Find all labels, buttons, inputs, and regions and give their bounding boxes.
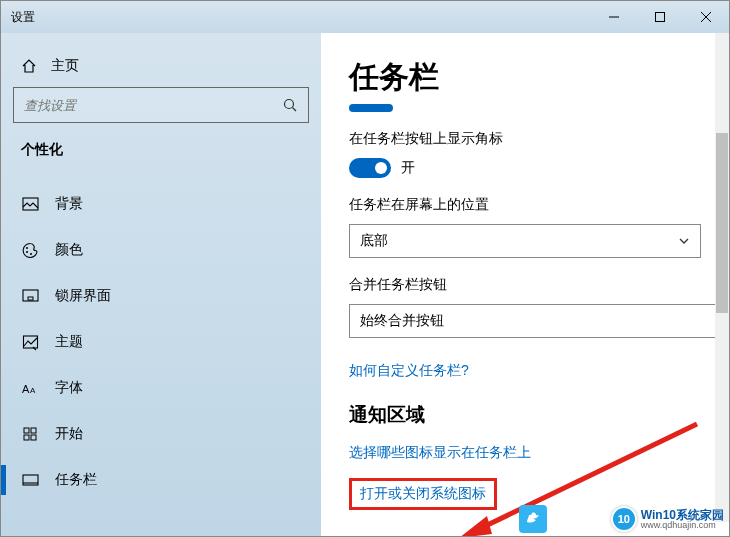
theme-icon (21, 334, 39, 351)
svg-text:A: A (30, 386, 36, 395)
chevron-down-icon (678, 235, 690, 247)
watermark-badge-icon: 10 (611, 506, 637, 532)
sidebar-item-taskbar[interactable]: 任务栏 (13, 457, 309, 503)
combine-dropdown-value: 始终合并按钮 (360, 312, 444, 330)
palette-icon (21, 242, 39, 259)
svg-rect-1 (656, 13, 665, 22)
select-icons-link[interactable]: 选择哪些图标显示在任务栏上 (349, 444, 531, 462)
sidebar-item-start[interactable]: 开始 (13, 411, 309, 457)
partial-toggle-icon (349, 104, 393, 112)
svg-line-5 (293, 108, 297, 112)
nav-label: 背景 (55, 195, 83, 213)
svg-point-9 (30, 253, 32, 255)
svg-rect-15 (24, 428, 29, 433)
start-icon (21, 426, 39, 443)
font-icon: AA (21, 380, 39, 397)
svg-rect-11 (28, 297, 33, 300)
badge-toggle[interactable] (349, 158, 391, 178)
titlebar-controls (591, 1, 729, 33)
nav-label: 锁屏界面 (55, 287, 111, 305)
combine-dropdown[interactable]: 始终合并按钮 (349, 304, 729, 338)
picture-icon (21, 196, 39, 213)
position-dropdown[interactable]: 底部 (349, 224, 701, 258)
svg-rect-17 (24, 435, 29, 440)
home-link[interactable]: 主页 (13, 51, 309, 87)
system-icons-link[interactable]: 打开或关闭系统图标 (360, 485, 486, 503)
scrollbar-thumb[interactable] (716, 133, 728, 313)
titlebar: 设置 (1, 1, 729, 33)
position-setting-label: 任务栏在屏幕上的位置 (349, 196, 729, 214)
sidebar-item-font[interactable]: AA 字体 (13, 365, 309, 411)
watermark: 10 Win10系统家园 www.qdhuajin.com (579, 505, 724, 533)
home-icon (21, 58, 37, 74)
sidebar-item-theme[interactable]: 主题 (13, 319, 309, 365)
watermark-bird-icon (519, 505, 547, 533)
svg-text:A: A (22, 383, 30, 395)
lockscreen-icon (21, 288, 39, 305)
watermark-title: Win10系统家园 (641, 509, 724, 521)
nav-label: 任务栏 (55, 471, 97, 489)
badge-setting-label: 在任务栏按钮上显示角标 (349, 130, 729, 148)
sidebar-item-color[interactable]: 颜色 (13, 227, 309, 273)
svg-rect-10 (23, 290, 38, 301)
scrollbar-track[interactable] (715, 33, 729, 522)
nav-label: 字体 (55, 379, 83, 397)
minimize-button[interactable] (591, 1, 637, 33)
nav-list: 背景 颜色 锁屏界面 主题 AA 字体 (13, 181, 309, 503)
svg-point-8 (26, 251, 28, 253)
page-title: 任务栏 (349, 57, 729, 98)
svg-rect-12 (23, 336, 37, 348)
nav-label: 颜色 (55, 241, 83, 259)
svg-point-4 (285, 100, 294, 109)
nav-label: 主题 (55, 333, 83, 351)
sidebar-item-background[interactable]: 背景 (13, 181, 309, 227)
sidebar: 主页 个性化 背景 颜色 锁屏界面 (1, 33, 321, 536)
svg-rect-18 (31, 435, 36, 440)
search-input[interactable] (24, 98, 282, 113)
svg-rect-16 (31, 428, 36, 433)
badge-toggle-state: 开 (401, 159, 415, 177)
customize-taskbar-link[interactable]: 如何自定义任务栏? (349, 362, 469, 380)
svg-marker-22 (459, 516, 492, 536)
nav-label: 开始 (55, 425, 83, 443)
sidebar-item-lockscreen[interactable]: 锁屏界面 (13, 273, 309, 319)
window-title: 设置 (11, 9, 35, 26)
search-box[interactable] (13, 87, 309, 123)
taskbar-icon (21, 472, 39, 489)
home-label: 主页 (51, 57, 79, 75)
annotation-highlight-box: 打开或关闭系统图标 (349, 478, 497, 510)
maximize-button[interactable] (637, 1, 683, 33)
svg-point-7 (26, 247, 28, 249)
close-button[interactable] (683, 1, 729, 33)
content-pane: 任务栏 在任务栏按钮上显示角标 开 任务栏在屏幕上的位置 底部 合并任务栏按钮 (321, 33, 729, 536)
section-label: 个性化 (13, 141, 309, 171)
position-dropdown-value: 底部 (360, 232, 388, 250)
search-icon (282, 97, 298, 113)
notification-area-header: 通知区域 (349, 402, 729, 428)
combine-setting-label: 合并任务栏按钮 (349, 276, 729, 294)
watermark-url: www.qdhuajin.com (641, 521, 724, 530)
